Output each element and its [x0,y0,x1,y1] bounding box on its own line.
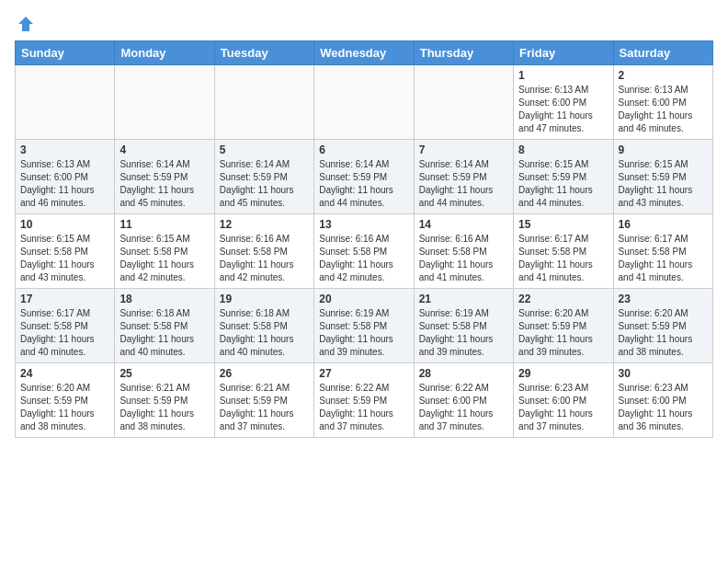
calendar-cell: 26Sunrise: 6:21 AM Sunset: 5:59 PM Dayli… [214,363,313,438]
calendar-cell: 7Sunrise: 6:14 AM Sunset: 5:59 PM Daylig… [414,140,513,214]
day-number: 10 [20,218,109,231]
calendar-cell: 15Sunrise: 6:17 AM Sunset: 5:58 PM Dayli… [514,214,613,289]
day-info: Sunrise: 6:14 AM Sunset: 5:59 PM Dayligh… [419,158,508,210]
calendar-cell [214,65,313,140]
calendar-cell [314,65,414,140]
calendar-cell: 21Sunrise: 6:19 AM Sunset: 5:58 PM Dayli… [414,289,513,363]
day-number: 25 [119,367,209,380]
weekday-header-monday: Monday [115,41,214,65]
day-number: 9 [619,144,708,156]
calendar-cell: 14Sunrise: 6:16 AM Sunset: 5:58 PM Dayli… [414,214,513,289]
calendar-cell: 23Sunrise: 6:20 AM Sunset: 5:59 PM Dayli… [613,289,712,363]
day-info: Sunrise: 6:17 AM Sunset: 5:58 PM Dayligh… [619,233,708,284]
calendar-cell [414,65,513,140]
calendar-cell: 29Sunrise: 6:23 AM Sunset: 6:00 PM Dayli… [514,363,613,438]
day-info: Sunrise: 6:16 AM Sunset: 5:58 PM Dayligh… [419,233,508,284]
day-info: Sunrise: 6:22 AM Sunset: 5:59 PM Dayligh… [319,382,408,433]
calendar-cell: 3Sunrise: 6:13 AM Sunset: 6:00 PM Daylig… [16,140,115,214]
calendar-cell: 11Sunrise: 6:15 AM Sunset: 5:58 PM Dayli… [115,214,214,289]
day-info: Sunrise: 6:14 AM Sunset: 5:59 PM Dayligh… [319,158,408,210]
day-number: 1 [518,69,608,82]
page-header [15,15,713,33]
calendar-cell: 4Sunrise: 6:14 AM Sunset: 5:59 PM Daylig… [115,140,214,214]
day-number: 3 [20,144,109,156]
calendar-cell: 17Sunrise: 6:17 AM Sunset: 5:58 PM Dayli… [16,289,115,363]
calendar-cell: 5Sunrise: 6:14 AM Sunset: 5:59 PM Daylig… [214,140,313,214]
day-number: 5 [220,144,309,156]
day-number: 12 [220,218,309,231]
day-info: Sunrise: 6:19 AM Sunset: 5:58 PM Dayligh… [419,307,508,359]
day-info: Sunrise: 6:13 AM Sunset: 6:00 PM Dayligh… [518,84,608,135]
calendar-cell: 9Sunrise: 6:15 AM Sunset: 5:59 PM Daylig… [613,140,712,214]
calendar-cell [115,65,214,140]
day-info: Sunrise: 6:17 AM Sunset: 5:58 PM Dayligh… [20,307,109,359]
day-info: Sunrise: 6:23 AM Sunset: 6:00 PM Dayligh… [518,382,608,433]
calendar-cell [16,65,115,140]
day-number: 24 [20,367,109,380]
day-number: 23 [619,293,708,305]
day-info: Sunrise: 6:21 AM Sunset: 5:59 PM Dayligh… [220,382,309,433]
day-info: Sunrise: 6:14 AM Sunset: 5:59 PM Dayligh… [119,158,209,210]
logo-icon [17,15,35,33]
day-info: Sunrise: 6:14 AM Sunset: 5:59 PM Dayligh… [220,158,309,210]
day-number: 2 [619,69,708,82]
day-number: 21 [419,293,508,305]
calendar-cell: 27Sunrise: 6:22 AM Sunset: 5:59 PM Dayli… [314,363,414,438]
day-info: Sunrise: 6:22 AM Sunset: 6:00 PM Dayligh… [419,382,508,433]
logo [15,15,35,33]
calendar-cell: 22Sunrise: 6:20 AM Sunset: 5:59 PM Dayli… [514,289,613,363]
day-info: Sunrise: 6:17 AM Sunset: 5:58 PM Dayligh… [518,233,608,284]
calendar-cell: 8Sunrise: 6:15 AM Sunset: 5:59 PM Daylig… [514,140,613,214]
day-number: 16 [619,218,708,231]
day-number: 6 [319,144,408,156]
day-number: 17 [20,293,109,305]
day-number: 13 [319,218,408,231]
day-number: 29 [518,367,608,380]
calendar-table: SundayMondayTuesdayWednesdayThursdayFrid… [15,40,713,438]
calendar-cell: 28Sunrise: 6:22 AM Sunset: 6:00 PM Dayli… [414,363,513,438]
weekday-header-sunday: Sunday [16,41,115,65]
calendar-cell: 1Sunrise: 6:13 AM Sunset: 6:00 PM Daylig… [514,65,613,140]
calendar-cell: 12Sunrise: 6:16 AM Sunset: 5:58 PM Dayli… [214,214,313,289]
day-info: Sunrise: 6:13 AM Sunset: 6:00 PM Dayligh… [20,158,109,210]
day-info: Sunrise: 6:16 AM Sunset: 5:58 PM Dayligh… [220,233,309,284]
calendar-cell: 16Sunrise: 6:17 AM Sunset: 5:58 PM Dayli… [613,214,712,289]
day-info: Sunrise: 6:15 AM Sunset: 5:58 PM Dayligh… [20,233,109,284]
day-info: Sunrise: 6:15 AM Sunset: 5:59 PM Dayligh… [518,158,608,210]
day-info: Sunrise: 6:20 AM Sunset: 5:59 PM Dayligh… [20,382,109,433]
day-number: 11 [119,218,209,231]
weekday-header-wednesday: Wednesday [314,41,414,65]
calendar-cell: 13Sunrise: 6:16 AM Sunset: 5:58 PM Dayli… [314,214,414,289]
day-number: 28 [419,367,508,380]
day-number: 7 [419,144,508,156]
day-number: 14 [419,218,508,231]
day-info: Sunrise: 6:20 AM Sunset: 5:59 PM Dayligh… [619,307,708,359]
calendar-cell: 2Sunrise: 6:13 AM Sunset: 6:00 PM Daylig… [613,65,712,140]
day-info: Sunrise: 6:23 AM Sunset: 6:00 PM Dayligh… [619,382,708,433]
weekday-header-thursday: Thursday [414,41,513,65]
day-number: 4 [119,144,209,156]
day-number: 27 [319,367,408,380]
weekday-header-tuesday: Tuesday [214,41,313,65]
day-info: Sunrise: 6:20 AM Sunset: 5:59 PM Dayligh… [518,307,608,359]
day-info: Sunrise: 6:16 AM Sunset: 5:58 PM Dayligh… [319,233,408,284]
day-info: Sunrise: 6:21 AM Sunset: 5:59 PM Dayligh… [119,382,209,433]
day-info: Sunrise: 6:18 AM Sunset: 5:58 PM Dayligh… [220,307,309,359]
day-number: 26 [220,367,309,380]
day-info: Sunrise: 6:19 AM Sunset: 5:58 PM Dayligh… [319,307,408,359]
calendar-cell: 30Sunrise: 6:23 AM Sunset: 6:00 PM Dayli… [613,363,712,438]
calendar-cell: 20Sunrise: 6:19 AM Sunset: 5:58 PM Dayli… [314,289,414,363]
day-info: Sunrise: 6:13 AM Sunset: 6:00 PM Dayligh… [619,84,708,135]
day-number: 8 [518,144,608,156]
day-number: 18 [119,293,209,305]
weekday-header-saturday: Saturday [613,41,712,65]
calendar-cell: 25Sunrise: 6:21 AM Sunset: 5:59 PM Dayli… [115,363,214,438]
day-info: Sunrise: 6:15 AM Sunset: 5:59 PM Dayligh… [619,158,708,210]
day-info: Sunrise: 6:15 AM Sunset: 5:58 PM Dayligh… [119,233,209,284]
calendar-cell: 19Sunrise: 6:18 AM Sunset: 5:58 PM Dayli… [214,289,313,363]
day-number: 20 [319,293,408,305]
day-number: 15 [518,218,608,231]
day-info: Sunrise: 6:18 AM Sunset: 5:58 PM Dayligh… [119,307,209,359]
day-number: 22 [518,293,608,305]
calendar-cell: 24Sunrise: 6:20 AM Sunset: 5:59 PM Dayli… [16,363,115,438]
